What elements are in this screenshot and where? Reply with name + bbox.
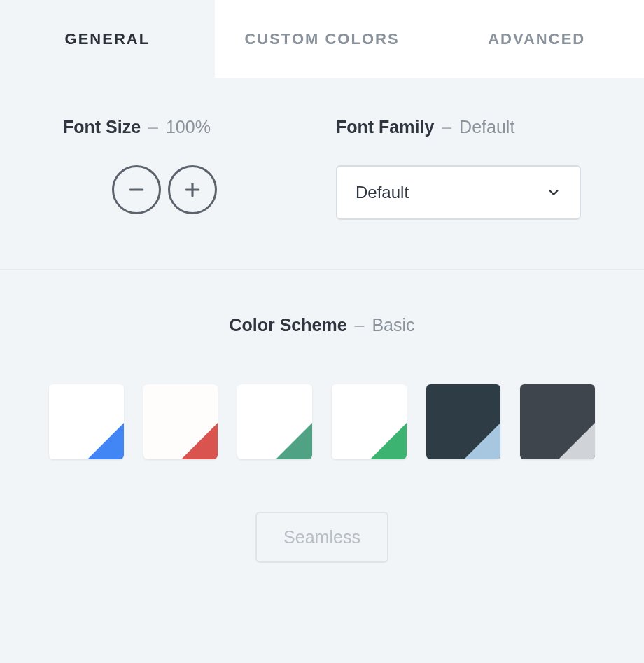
swatch-accent-corner <box>181 423 218 459</box>
color-swatches <box>49 384 595 459</box>
color-swatch-5[interactable] <box>426 384 501 459</box>
swatch-accent-corner <box>88 423 124 459</box>
font-size-group: Font Size – 100% <box>63 117 322 220</box>
tab-general[interactable]: GENERAL <box>0 0 215 78</box>
color-scheme-label-row: Color Scheme – Basic <box>49 315 595 335</box>
color-scheme-label: Color Scheme <box>229 315 346 335</box>
font-size-value: 100% <box>166 117 211 137</box>
separator: – <box>146 117 161 137</box>
color-swatch-3[interactable] <box>237 384 312 459</box>
swatch-accent-corner <box>276 423 312 459</box>
minus-icon <box>126 179 147 200</box>
separator: – <box>439 117 454 137</box>
tabs: GENERAL CUSTOM COLORS ADVANCED <box>0 0 644 78</box>
swatch-accent-corner <box>464 423 500 459</box>
swatch-accent-corner <box>559 423 595 459</box>
color-swatch-6[interactable] <box>520 384 595 459</box>
tab-general-label: GENERAL <box>65 30 150 48</box>
font-family-label-row: Font Family – Default <box>336 117 581 137</box>
tab-custom-colors-label: CUSTOM COLORS <box>244 30 399 48</box>
tab-custom-colors[interactable]: CUSTOM COLORS <box>215 0 430 78</box>
color-swatch-2[interactable] <box>144 384 218 459</box>
font-size-label-row: Font Size – 100% <box>63 117 308 137</box>
increase-font-button[interactable] <box>168 165 217 214</box>
color-swatch-1[interactable] <box>49 384 124 459</box>
font-size-label: Font Size <box>63 117 141 137</box>
font-family-value: Default <box>459 117 514 137</box>
seamless-button-label: Seamless <box>284 527 360 547</box>
swatch-accent-corner <box>370 423 407 459</box>
font-section: Font Size – 100% Font Family – Default D… <box>0 78 644 270</box>
plus-icon <box>182 179 203 200</box>
separator: – <box>352 315 368 335</box>
decrease-font-button[interactable] <box>112 165 161 214</box>
font-size-stepper <box>21 165 308 214</box>
tab-advanced-label: ADVANCED <box>488 30 585 48</box>
color-scheme-value: Basic <box>372 315 414 335</box>
tab-advanced[interactable]: ADVANCED <box>429 0 644 78</box>
font-family-group: Font Family – Default Default <box>322 117 581 220</box>
color-scheme-section: Color Scheme – Basic Seamless <box>0 270 644 619</box>
font-family-selected: Default <box>356 183 409 202</box>
seamless-button[interactable]: Seamless <box>255 512 388 563</box>
font-family-select[interactable]: Default <box>336 165 581 220</box>
color-swatch-4[interactable] <box>332 384 407 459</box>
font-family-label: Font Family <box>336 117 434 137</box>
chevron-down-icon <box>546 185 561 200</box>
